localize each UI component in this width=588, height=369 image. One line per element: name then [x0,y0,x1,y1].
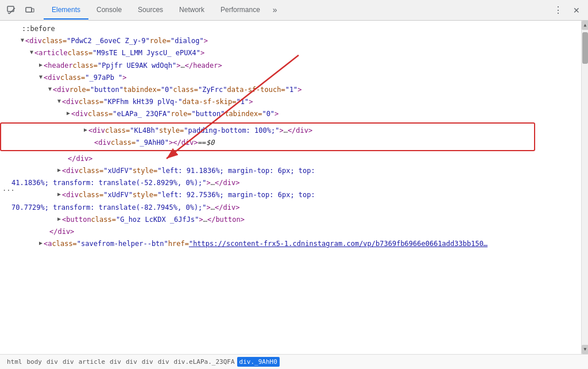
breadcrumb-div-3[interactable]: div [107,357,123,367]
header-right: ⋮ ✕ [551,3,583,17]
triangle-icon[interactable] [30,48,33,57]
triangle-icon[interactable] [84,125,87,134]
scrollbar[interactable]: ▲ ▼ [581,21,588,354]
dom-line-cont: 70.7729%; transform: translate(-82.7945%… [0,202,581,214]
close-devtools-button[interactable]: ✕ [570,3,583,17]
tab-performance[interactable]: Performance [212,1,268,20]
tab-sources[interactable]: Sources [130,1,171,20]
highlighted-line-1: <div class="KL4Bh" style="padding-bottom… [1,125,534,137]
tab-elements[interactable]: Elements [44,1,88,20]
highlight-box: <div class="KL4Bh" style="padding-bottom… [0,122,535,151]
dom-line: ::before [0,23,581,35]
svg-line-2 [8,13,9,14]
devtools-menu-button[interactable]: ⋮ [551,3,565,17]
breadcrumb-html[interactable]: html [5,357,25,367]
triangle-icon[interactable] [57,97,61,106]
breadcrumb-article[interactable]: article [76,357,107,367]
scroll-up-button[interactable]: ▲ [582,21,588,30]
triangle-icon[interactable] [57,166,61,175]
triangle-icon[interactable] [39,60,42,70]
dom-line: <div role="button" tabindex="0" class="Z… [0,84,581,96]
scroll-thumb[interactable] [582,32,588,64]
dom-line: <div class="PdwC2 _6oveC Z_y-9" role="di… [0,35,581,47]
more-tabs-button[interactable]: » [268,3,282,18]
breadcrumb-div-9ahH0[interactable]: div._9AhH0 [237,357,280,367]
triangle-icon[interactable] [48,84,52,94]
dom-line: <article class="M9sTE L_LMM JyscU_ ePUX4… [0,47,581,59]
breadcrumb-div-elaPA[interactable]: div.eLAPa._23QFA [172,357,237,367]
svg-rect-4 [32,9,34,12]
breadcrumb-div-6[interactable]: div [156,357,172,367]
dom-line-cont: 41.1836%; transform: translate(-52.8929%… [0,177,581,189]
dom-line: <header class="Ppjfr UE9AK wdOqh">…</hea… [0,60,581,72]
inspect-element-icon[interactable] [5,3,18,17]
dom-line: </div> [0,153,581,165]
breadcrumb-div-5[interactable]: div [140,357,156,367]
dom-line: <div class="eLAPa_ 23QFA" role="button" … [0,108,581,120]
more-indicator: ... [2,184,15,193]
dom-line: <a class="savefrom-helper--btn" href="ht… [0,238,581,250]
tab-network[interactable]: Network [171,1,212,20]
triangle-icon[interactable] [67,109,70,118]
tab-list: Elements Console Sources Network Perform… [44,1,549,20]
devtools-body: ... ::before <div class="PdwC2 _6oveC Z_… [0,21,588,354]
breadcrumb-div-2[interactable]: div [60,357,76,367]
breadcrumb-div-4[interactable]: div [123,357,140,367]
scroll-down-button[interactable]: ▼ [582,345,588,354]
breadcrumb-div-1[interactable]: div [44,357,60,367]
dom-line: <button class="G_hoz LcKDX _6JfJs">…</bu… [0,214,581,226]
triangle-icon[interactable] [21,36,24,45]
triangle-icon[interactable] [57,190,61,199]
dom-line: <div class="KPFhm kHt39 plVq-" data-sf-s… [0,96,581,108]
breadcrumb-body[interactable]: body [25,357,45,367]
breadcrumb-bar: html body div div article div div div di… [0,354,588,369]
triangle-icon[interactable] [57,214,61,224]
dom-line: <div class="xUdFV" style="left: 91.1836%… [0,165,581,177]
dom-line: </div> [0,226,581,238]
dom-panel[interactable]: ... ::before <div class="PdwC2 _6oveC Z_… [0,21,581,354]
tab-console[interactable]: Console [88,1,130,20]
svg-rect-3 [26,7,32,12]
triangle-icon[interactable] [39,239,42,248]
device-toolbar-icon[interactable] [23,3,37,17]
dom-line: <div class="_97aPb "> [0,72,581,84]
highlighted-line-2: <div class="_9AhH0"></div> == $0 [1,137,534,149]
devtools-header: Elements Console Sources Network Perform… [0,0,588,21]
header-icons [5,3,37,17]
triangle-icon[interactable] [39,72,42,82]
dom-line: <div class="xUdFV" style="left: 92.7536%… [0,189,581,201]
